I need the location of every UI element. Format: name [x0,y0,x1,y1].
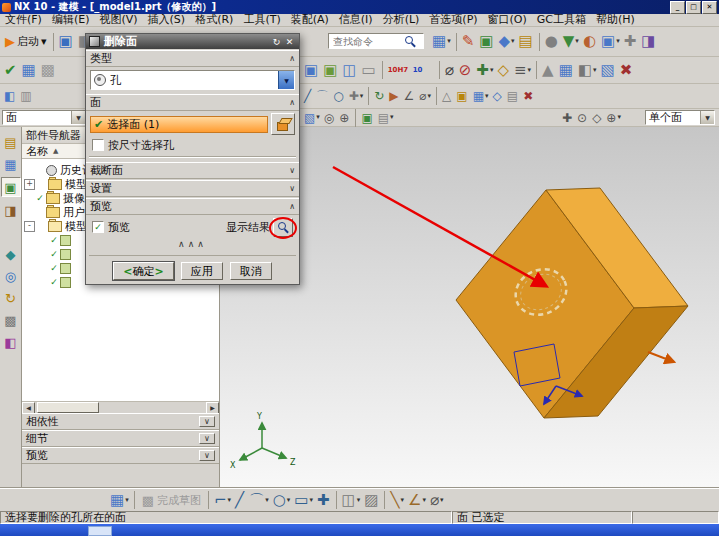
toolbar-icon[interactable]: ● [545,34,559,49]
toolbar-icon[interactable]: ◇ [497,63,510,78]
sketch-tool-icon[interactable]: ▨ [364,493,379,508]
finish-sketch-button[interactable]: ▩ 完成草图 [142,493,201,508]
tree-checkbox[interactable] [49,235,59,245]
chevron-down-icon[interactable]: ▼ [278,71,294,89]
chevron-down-icon[interactable]: ∨ [199,416,215,427]
toolbar-icon[interactable] [536,61,537,79]
toolbar-icon[interactable]: △ [442,90,452,102]
chec kbox-unchecked[interactable] [92,139,104,151]
resource-bar-icon[interactable]: ◨ [2,201,20,219]
menu-item[interactable]: 装配(A) [286,14,334,26]
navigator-panel-header[interactable]: 细节 ∨ [22,430,219,447]
toolbar-icon[interactable] [436,87,437,105]
title-bar[interactable]: NX 10 - 建模 - [_model1.prt（修改的）] _ □ ✕ [0,0,719,14]
toolbar-icon[interactable] [368,87,369,105]
selection-scope-combo[interactable]: 单个面 ▼ [645,110,715,125]
toolbar-icon[interactable] [456,33,457,51]
resource-bar-icon[interactable]: ◆ [2,245,20,263]
datum-axis[interactable] [648,352,674,362]
toolbar-icon[interactable]: ✖ [620,63,634,78]
section-preview[interactable]: 预览 ∧ [86,198,299,215]
toolbar-icon[interactable]: ▦▾ [110,493,129,508]
sketch-tool-icon[interactable]: ▭▾ [294,493,313,508]
toolbar-icon[interactable]: ○ [333,90,344,102]
sketch-tool-icon[interactable]: ⌒▾ [249,493,269,508]
toolbar-icon[interactable]: ▦ [22,63,37,78]
resource-bar-icon[interactable]: ◧ [2,333,20,351]
maximize-button[interactable]: □ [686,1,701,14]
sketch-tool-icon[interactable]: ⌀▾ [430,493,444,508]
toolbar-icon[interactable]: ⌀▾ [419,90,431,102]
toolbar-icon[interactable]: ◧ [4,90,16,102]
sketch-tool-icon[interactable]: ╲▾ [390,493,404,508]
toolbar-icon[interactable]: ▤▾ [378,112,394,124]
scroll-left-icon[interactable]: ◀ [22,402,35,414]
toolbar-icon[interactable]: ⊘ [459,63,473,78]
toolbar-icon[interactable]: ▦ [559,63,574,78]
toolbar-icon[interactable]: ✖ [523,90,534,102]
toolbar-icon[interactable]: ▦▾ [432,34,451,49]
cancel-button[interactable]: 取消 [230,262,272,280]
toolbar-icon[interactable]: ↻ [374,90,385,102]
chevron-down-icon[interactable]: ∨ [199,433,215,444]
chevron-down-icon[interactable]: ▼ [71,111,85,124]
toolbar-icon[interactable]: ✚ [624,34,638,49]
toolbar-icon[interactable]: ◇ [592,112,602,124]
toolbar-icon[interactable]: ◆▾ [498,34,514,49]
toolbar-icon[interactable]: ⊕ [339,112,350,124]
tree-expander[interactable] [24,208,33,217]
resource-bar-icon[interactable]: ▦ [2,155,20,173]
chevron-down-icon[interactable]: ∨ [289,184,295,193]
toolbar-icon[interactable]: ▼▾ [563,34,579,49]
toolbar-icon[interactable]: ▣ [456,90,468,102]
toolbar-icon[interactable]: ✎ [462,34,476,49]
select-by-size-row[interactable]: 按尺寸选择孔 [86,137,299,153]
chevron-up-icon[interactable]: ∧ [289,202,295,211]
chevron-down-icon[interactable]: ∨ [289,166,295,175]
section-settings[interactable]: 设置 ∨ [86,180,299,197]
taskbar[interactable] [0,524,719,536]
toolbar-icon[interactable] [382,61,383,79]
tree-expander[interactable] [24,194,33,203]
navigator-panel-header[interactable]: 相依性 ∨ [22,413,219,430]
toolbar-icon[interactable]: 10H7 [388,67,409,74]
tree-expander[interactable] [38,278,47,287]
navigator-panel-header[interactable]: 预览 ∨ [22,447,219,464]
toolbar-icon[interactable]: ✔ [4,63,18,78]
tree-expander[interactable] [38,250,47,259]
toolbar-icon[interactable]: ∠ [404,90,416,102]
menu-item[interactable]: 编辑(E) [47,14,95,26]
tree-checkbox[interactable] [35,193,45,203]
toolbar-icon[interactable]: ✚▾ [476,63,493,78]
tree-checkbox[interactable] [49,263,59,273]
toolbar-icon[interactable]: ✚ [562,112,573,124]
toolbar-icon[interactable]: ▣ [323,63,338,78]
toolbar-icon[interactable]: 10 [413,67,434,74]
command-finder[interactable] [328,33,424,49]
toolbar-icon[interactable]: ╱ [304,90,312,102]
dialog-title-bar[interactable]: 删除面 ↻ ✕ [86,34,299,49]
horizontal-scrollbar[interactable]: ◀ ▶ [22,401,219,413]
sketch-tool-icon[interactable]: ◫▾ [342,493,361,508]
toolbar-icon[interactable]: ▧ [601,63,616,78]
select-face-button[interactable]: ✔ 选择面 (1) [90,116,268,133]
toolbar-icon[interactable] [355,109,356,127]
toolbar-icon[interactable]: ▤ [519,34,534,49]
toolbar-icon[interactable]: ▭ [362,63,377,78]
toolbar-icon[interactable]: ▣▾ [601,34,620,49]
show-result-button[interactable] [273,218,293,237]
toolbar-icon[interactable]: ⊕▾ [606,112,621,124]
section-type[interactable]: 类型 ∧ [86,50,299,67]
menu-item[interactable]: 窗口(O) [483,14,532,26]
resource-bar-icon[interactable]: ▤ [2,133,20,151]
toolbar-icon[interactable]: ▣ [361,112,373,124]
toolbar-icon[interactable]: ▣ [59,34,74,49]
toolbar-icon[interactable]: ▦▾ [473,90,489,102]
menu-item[interactable]: 插入(S) [143,14,191,26]
resource-bar-icon[interactable]: ◎ [2,267,20,285]
toolbar-icon[interactable]: ▤ [507,90,519,102]
tree-expander[interactable] [38,236,47,245]
menu-item[interactable]: 视图(V) [94,14,142,26]
chevron-up-icon[interactable]: ∧ [289,98,295,107]
section-face[interactable]: 面 ∧ [86,94,299,111]
